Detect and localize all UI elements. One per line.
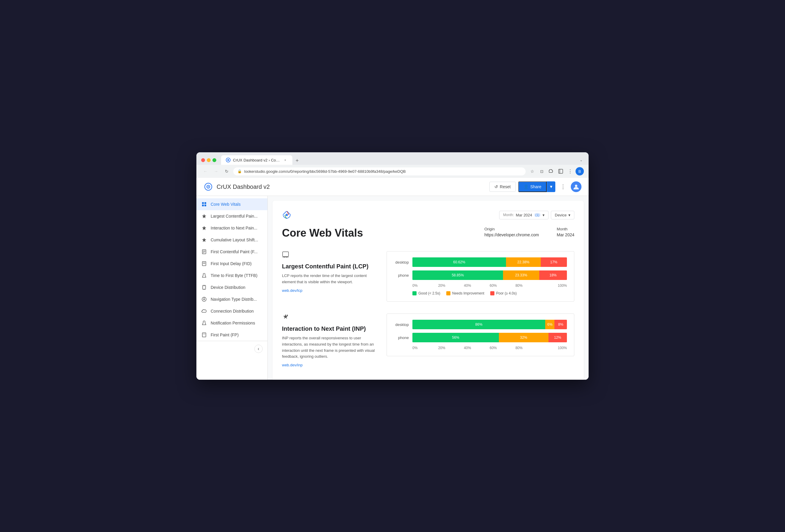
month-label: Month xyxy=(557,227,574,231)
forward-button[interactable]: → xyxy=(212,167,220,176)
flask-icon-2 xyxy=(201,320,207,326)
inp-metric-left: Interaction to Next Paint (INP) INP repo… xyxy=(282,314,377,368)
app-more-button[interactable]: ⋮ xyxy=(558,181,568,192)
inp-description: INP reports the overall responsiveness t… xyxy=(282,335,377,360)
inp-desktop-bar: 86% 6% 8% xyxy=(412,320,567,329)
sidebar-item-label: Connection Distribution xyxy=(211,309,254,314)
sidebar-item-label: First Contentful Paint (F... xyxy=(211,249,258,254)
svg-point-6 xyxy=(208,186,209,187)
close-dot[interactable] xyxy=(201,158,205,162)
reload-button[interactable]: ↻ xyxy=(223,167,231,176)
device-filter[interactable]: Device ▾ xyxy=(551,211,574,219)
sidebar-collapse-button[interactable]: ‹ xyxy=(254,345,263,353)
compass-icon xyxy=(201,296,207,302)
back-button[interactable]: ← xyxy=(201,167,209,176)
inp-desktop-good: 86% xyxy=(412,320,545,329)
lcp-link[interactable]: web.dev/lcp xyxy=(282,288,302,293)
sidebar-button[interactable] xyxy=(557,167,565,176)
sidebar-item-label: Core Web Vitals xyxy=(211,202,241,207)
lcp-x-axis: 0% 20% 40% 60% 80% 100% xyxy=(412,284,567,288)
main-layout: Core Web Vitals Largest Contentful Pain.… xyxy=(196,196,589,380)
sidebar-item-core-web-vitals[interactable]: Core Web Vitals xyxy=(196,198,268,210)
inp-title: Interaction to Next Paint (INP) xyxy=(282,325,377,332)
browser-dots xyxy=(201,158,216,162)
active-tab[interactable]: CrUX Dashboard v2 › Core W... × xyxy=(221,155,293,165)
month-value: Mar 2024 xyxy=(557,233,574,237)
inp-desktop-row: desktop 86% 6% 8% xyxy=(394,320,567,329)
sidebar-item-time-to-first-byte[interactable]: Time to First Byte (TTFB) xyxy=(196,270,268,282)
inp-phone-label: phone xyxy=(394,336,409,340)
svg-point-35 xyxy=(287,315,288,316)
svg-rect-10 xyxy=(202,205,204,206)
lcp-desktop-poor: 17% xyxy=(541,257,567,267)
sidebar-item-interaction-to-next-paint[interactable]: Interaction to Next Pain... xyxy=(196,222,268,234)
sidebar-item-first-contentful-paint[interactable]: First Contentful Paint (F... xyxy=(196,246,268,258)
reset-button[interactable]: ↺ Reset xyxy=(489,182,516,192)
extension-button[interactable]: ⊡ xyxy=(537,167,546,176)
sidebar-item-label: Device Distribution xyxy=(211,285,246,290)
app-logo xyxy=(204,182,213,191)
lcp-desktop-good: 60.62% xyxy=(412,257,506,267)
tab-close-button[interactable]: × xyxy=(283,158,287,162)
tab-expand-button[interactable]: ⌄ xyxy=(579,157,584,163)
user-avatar[interactable] xyxy=(571,181,581,192)
sidebar-item-notification-permissions[interactable]: Notification Permissions xyxy=(196,317,268,329)
phone-icon xyxy=(201,285,207,290)
document-icon-2 xyxy=(201,261,207,267)
content-inner: Month: Month: Mar 2024 Mar 2024 (1) ▾ De… xyxy=(273,201,584,380)
lcp-legend: Good (< 2.5s) Needs Improvement Poor (≥ … xyxy=(412,291,567,295)
svg-rect-28 xyxy=(202,333,206,337)
month-filter[interactable]: Month: Month: Mar 2024 Mar 2024 (1) ▾ xyxy=(499,211,549,219)
month-meta: Month Mar 2024 xyxy=(557,227,574,237)
svg-marker-14 xyxy=(202,238,206,242)
new-tab-button[interactable]: + xyxy=(293,156,301,165)
lcp-metric-section: Largest Contentful Paint (LCP) LCP repor… xyxy=(282,251,574,302)
svg-point-7 xyxy=(575,185,577,187)
lcp-phone-bar: 58.85% 23.33% 18% xyxy=(412,270,567,280)
more-button[interactable]: ⋮ xyxy=(566,167,574,176)
inp-desktop-label: desktop xyxy=(394,322,409,327)
lcp-chart: desktop 60.62% 22.38% 17% phone xyxy=(386,251,574,302)
share-dropdown-button[interactable]: ▾ xyxy=(547,181,555,192)
sidebar-item-label: Largest Contentful Pain... xyxy=(211,214,258,218)
fullscreen-dot[interactable] xyxy=(212,158,216,162)
inp-phone-bar: 56% 32% 12% xyxy=(412,333,567,342)
header-actions: ↺ Reset 👤 Share ▾ ⋮ xyxy=(489,181,581,192)
inp-phone-needs: 32% xyxy=(499,333,548,342)
lcp-phone-row: phone 58.85% 23.33% 18% xyxy=(394,270,567,280)
report-controls: Month: Month: Mar 2024 Mar 2024 (1) ▾ De… xyxy=(499,211,574,219)
sidebar-item-largest-contentful-paint[interactable]: Largest Contentful Pain... xyxy=(196,210,268,222)
sidebar-item-label: Notification Permissions xyxy=(211,321,255,325)
origin-value: https://developer.chrome.com xyxy=(484,233,539,237)
sidebar-item-cumulative-layout-shift[interactable]: Cumulative Layout Shift... xyxy=(196,234,268,246)
sidebar-item-device-distribution[interactable]: Device Distribution xyxy=(196,282,268,293)
inp-metric-header: Interaction to Next Paint (INP) INP repo… xyxy=(282,314,574,368)
star-icon xyxy=(201,213,207,219)
address-bar[interactable]: 🔒 lookerstudio.google.com/u/0/reporting/… xyxy=(233,167,526,176)
minimize-dot[interactable] xyxy=(207,158,211,162)
inp-phone-poor: 12% xyxy=(549,333,567,342)
lcp-description: LCP reports the render time of the large… xyxy=(282,273,377,285)
star-icon-3 xyxy=(201,237,207,243)
profile-button[interactable]: B xyxy=(576,167,584,176)
sidebar-item-first-input-delay[interactable]: First Input Delay (FID) xyxy=(196,258,268,270)
svg-point-26 xyxy=(204,299,205,300)
browser-titlebar: CrUX Dashboard v2 › Core W... × + ⌄ xyxy=(196,152,589,165)
lcp-phone-poor: 18% xyxy=(539,270,567,280)
bookmark-button[interactable]: ☆ xyxy=(528,167,536,176)
content-area: Month: Month: Mar 2024 Mar 2024 (1) ▾ De… xyxy=(268,196,589,380)
share-button[interactable]: 👤 Share xyxy=(518,181,547,192)
sidebar: Core Web Vitals Largest Contentful Pain.… xyxy=(196,196,268,380)
sidebar-item-connection-distribution[interactable]: Connection Distribution xyxy=(196,305,268,317)
lcp-metric-left: Largest Contentful Paint (LCP) LCP repor… xyxy=(282,251,377,293)
inp-icon xyxy=(282,314,290,322)
sidebar-item-navigation-type[interactable]: Navigation Type Distrib... xyxy=(196,293,268,305)
document-icon-3 xyxy=(201,332,207,338)
sidebar-item-first-paint[interactable]: First Paint (FP) xyxy=(196,329,268,341)
sidebar-item-label: First Input Delay (FID) xyxy=(211,261,252,266)
flask-icon xyxy=(201,272,207,278)
tab-title: CrUX Dashboard v2 › Core W... xyxy=(233,158,280,162)
svg-point-23 xyxy=(204,289,204,289)
puzzle-button[interactable] xyxy=(547,167,555,176)
inp-link[interactable]: web.dev/inp xyxy=(282,363,302,367)
